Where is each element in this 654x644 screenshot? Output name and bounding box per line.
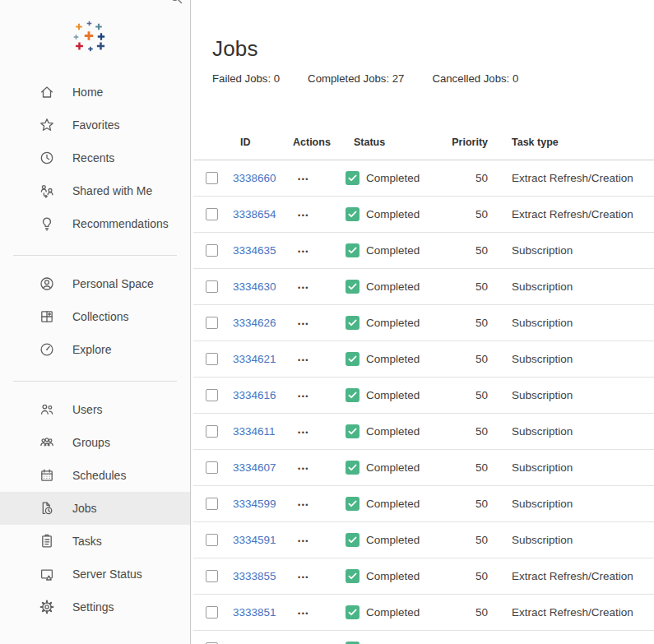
row-actions-button[interactable]: ••• <box>293 537 309 545</box>
sidebar-item-schedules[interactable]: Schedules <box>0 459 190 492</box>
sidebar-item-groups[interactable]: Groups <box>0 426 190 459</box>
status-cell: Completed <box>341 377 434 413</box>
sidebar-item-recommendations[interactable]: Recommendations <box>0 207 190 240</box>
priority-value: 50 <box>434 413 488 449</box>
sidebar-item-settings[interactable]: Settings <box>0 591 190 623</box>
sidebar-item-favorites[interactable]: Favorites <box>0 109 190 141</box>
table-row: 3338660•••Completed50Extract Refresh/Cre… <box>193 160 654 196</box>
status-label: Completed <box>366 317 420 329</box>
row-checkbox[interactable] <box>206 353 218 365</box>
job-id-link[interactable]: 3334616 <box>233 389 276 401</box>
priority-value: 50 <box>434 594 488 630</box>
row-checkbox[interactable] <box>206 498 218 510</box>
row-actions-button[interactable]: ••• <box>293 501 309 509</box>
row-checkbox[interactable] <box>206 425 218 438</box>
row-checkbox[interactable] <box>206 280 218 293</box>
shared-icon <box>39 183 55 199</box>
row-actions-button[interactable]: ••• <box>293 573 309 581</box>
id-cell: 3334591 <box>233 521 293 558</box>
checkbox-cell <box>193 232 233 268</box>
sidebar-item-explore[interactable]: Explore <box>0 333 190 366</box>
column-header-status[interactable]: Status <box>341 125 434 160</box>
row-actions-button[interactable]: ••• <box>293 248 309 256</box>
status-chip: Completed <box>341 424 434 438</box>
id-cell: 3334616 <box>233 377 293 413</box>
row-checkbox[interactable] <box>206 208 218 220</box>
status-label: Completed <box>366 570 420 582</box>
status-chip: Completed <box>341 388 434 402</box>
column-header-task-type[interactable]: Task type <box>488 125 654 160</box>
row-checkbox[interactable] <box>206 389 218 401</box>
job-id-link[interactable]: 3334607 <box>233 461 276 474</box>
sidebar-item-collections[interactable]: Collections <box>0 300 190 333</box>
sidebar-item-recents[interactable]: Recents <box>0 141 190 174</box>
table-row: 3338654•••Completed50Extract Refresh/Cre… <box>193 196 654 232</box>
row-checkbox[interactable] <box>206 606 218 619</box>
job-id-link[interactable]: 3338654 <box>233 208 276 220</box>
sidebar-item-label: Favorites <box>72 118 120 132</box>
recents-icon <box>39 150 55 166</box>
search-icon[interactable] <box>169 0 183 8</box>
sidebar-item-personal-space[interactable]: Personal Space <box>0 267 190 300</box>
job-id-link[interactable]: 3334591 <box>233 534 276 546</box>
sidebar-item-label: Users <box>72 403 103 416</box>
job-id-link[interactable]: 3338660 <box>233 172 276 184</box>
priority-value: 50 <box>434 268 488 304</box>
row-actions-button[interactable]: ••• <box>293 429 309 437</box>
table-row: 3334611•••Completed50Subscription <box>193 413 654 449</box>
row-actions-button[interactable]: ••• <box>293 211 309 220</box>
sidebar-item-server-status[interactable]: Server Status <box>0 558 190 591</box>
row-checkbox[interactable] <box>206 317 218 329</box>
column-header-priority[interactable]: Priority <box>434 125 488 160</box>
status-chip: Completed <box>341 642 434 644</box>
row-actions-button[interactable]: ••• <box>293 392 309 401</box>
row-actions-button[interactable]: ••• <box>293 320 309 328</box>
status-chip: Completed <box>341 533 434 547</box>
status-label: Completed <box>366 425 420 438</box>
sidebar-item-users[interactable]: Users <box>0 393 190 426</box>
row-actions-button[interactable]: ••• <box>293 609 309 618</box>
actions-cell: ••• <box>293 558 341 594</box>
task-type-value: Subscription <box>488 521 654 558</box>
sidebar-item-label: Settings <box>72 600 114 614</box>
table-row: 3334591•••Completed50Subscription <box>193 521 654 558</box>
row-actions-button[interactable]: ••• <box>293 465 309 473</box>
sidebar-item-home[interactable]: Home <box>0 76 190 109</box>
job-id-link[interactable]: 3333855 <box>233 570 276 582</box>
job-id-link[interactable]: 3334599 <box>233 498 276 510</box>
row-actions-button[interactable]: ••• <box>293 284 309 292</box>
job-id-link[interactable]: 3334626 <box>233 317 276 329</box>
row-checkbox[interactable] <box>206 244 218 257</box>
checkbox-cell <box>193 268 233 304</box>
job-id-link[interactable]: 3334621 <box>233 353 276 365</box>
completed-status-icon <box>346 424 359 438</box>
task-type-value: Extract Refresh/Creation <box>488 630 654 644</box>
sidebar-item-label: Groups <box>72 436 110 449</box>
job-id-link[interactable]: 3334635 <box>233 244 276 257</box>
sidebar-item-tasks[interactable]: Tasks <box>0 525 190 558</box>
status-label: Completed <box>366 606 420 619</box>
job-id-link[interactable]: 3334630 <box>233 280 276 293</box>
column-header-id[interactable]: ID <box>233 125 293 160</box>
row-actions-button[interactable]: ••• <box>293 175 309 183</box>
status-cell: Completed <box>341 594 434 630</box>
sidebar-item-jobs[interactable]: Jobs <box>0 492 190 525</box>
completed-status-icon <box>346 569 359 583</box>
status-cell: Completed <box>341 232 434 268</box>
job-id-link[interactable]: 3334611 <box>233 425 276 438</box>
column-header-actions[interactable]: Actions <box>293 125 341 160</box>
row-actions-button[interactable]: ••• <box>293 356 309 364</box>
row-checkbox[interactable] <box>206 172 218 184</box>
row-checkbox[interactable] <box>206 534 218 546</box>
row-checkbox[interactable] <box>206 461 218 474</box>
job-id-link[interactable]: 3333851 <box>233 606 276 619</box>
sidebar-item-label: Server Status <box>72 568 142 581</box>
actions-cell: ••• <box>293 341 341 377</box>
row-checkbox[interactable] <box>206 570 218 582</box>
tableau-logo[interactable] <box>70 18 111 59</box>
tasks-icon <box>39 533 55 549</box>
id-cell: 3334630 <box>233 268 293 304</box>
priority-value: 50 <box>434 521 488 558</box>
task-type-value: Subscription <box>488 341 654 377</box>
sidebar-item-shared-with-me[interactable]: Shared with Me <box>0 174 190 207</box>
